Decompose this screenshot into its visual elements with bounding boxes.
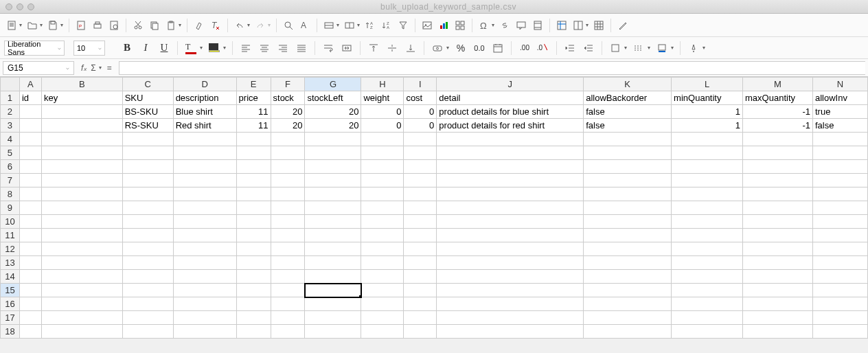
cell[interactable] [122, 146, 173, 160]
cell[interactable]: -1 [743, 119, 813, 133]
row-header[interactable]: 16 [1, 297, 20, 311]
save-icon[interactable] [45, 18, 60, 33]
export-pdf-icon[interactable]: P [73, 18, 89, 33]
row-header[interactable]: 12 [1, 242, 20, 256]
dropdown-icon[interactable]: ▾ [99, 65, 102, 71]
cell[interactable] [236, 160, 271, 174]
cell[interactable]: 0 [361, 105, 404, 119]
dropdown-icon[interactable]: ▾ [671, 45, 674, 51]
cell[interactable] [271, 256, 305, 270]
cell[interactable] [404, 187, 437, 201]
cell[interactable] [404, 201, 437, 215]
cell[interactable] [236, 284, 271, 297]
cell[interactable] [361, 256, 404, 270]
cell[interactable] [437, 242, 584, 256]
cell[interactable] [271, 160, 305, 174]
row-header[interactable]: 10 [1, 215, 20, 229]
cell[interactable]: stockLeft [305, 91, 361, 105]
cell[interactable] [41, 160, 122, 174]
cell[interactable] [41, 146, 122, 160]
cell[interactable] [584, 297, 672, 311]
cell[interactable] [672, 160, 743, 174]
font-name-select[interactable]: Liberation Sans ⌵ [4, 41, 65, 56]
cell[interactable] [305, 187, 361, 201]
cell[interactable]: minQuantity [672, 91, 743, 105]
cell[interactable] [743, 256, 813, 270]
cell[interactable] [361, 297, 404, 311]
column-header[interactable]: M [743, 78, 813, 91]
cell[interactable] [271, 242, 305, 256]
cell[interactable] [437, 270, 584, 284]
cell[interactable] [41, 270, 122, 284]
cell[interactable]: 11 [236, 105, 271, 119]
cell[interactable] [812, 325, 867, 339]
row-header[interactable]: 9 [1, 201, 20, 215]
cell[interactable] [584, 311, 672, 325]
cell[interactable] [812, 160, 867, 174]
cell[interactable] [584, 146, 672, 160]
row-header[interactable]: 14 [1, 270, 20, 284]
cell[interactable] [812, 297, 867, 311]
cell[interactable]: 1 [672, 105, 743, 119]
hyperlink-icon[interactable] [497, 18, 512, 33]
cell[interactable] [672, 270, 743, 284]
cell[interactable] [404, 297, 437, 311]
cell[interactable] [812, 270, 867, 284]
dropdown-icon[interactable]: ▾ [268, 22, 271, 28]
cell[interactable] [173, 201, 236, 215]
cell[interactable] [812, 256, 867, 270]
dropdown-icon[interactable]: ▾ [586, 22, 589, 28]
underline-button[interactable]: U [156, 41, 172, 56]
cell[interactable] [173, 270, 236, 284]
redo-icon[interactable] [253, 18, 268, 33]
cell[interactable] [672, 242, 743, 256]
cell[interactable] [672, 174, 743, 187]
formula-equals-icon[interactable]: = [107, 63, 112, 73]
cell[interactable] [122, 201, 173, 215]
cell[interactable] [41, 105, 122, 119]
row-icon[interactable] [321, 18, 336, 33]
date-format-icon[interactable] [490, 41, 506, 56]
cell[interactable] [122, 311, 173, 325]
cell[interactable]: id [19, 91, 41, 105]
cell[interactable] [361, 325, 404, 339]
cell[interactable] [404, 242, 437, 256]
cell[interactable] [404, 311, 437, 325]
print-icon[interactable] [90, 18, 105, 33]
cell[interactable]: detail [437, 91, 584, 105]
cell[interactable] [584, 256, 672, 270]
format-paintbrush-icon[interactable] [192, 18, 207, 33]
column-header[interactable]: F [271, 78, 305, 91]
cell[interactable] [404, 284, 437, 297]
dropdown-icon[interactable]: ▾ [60, 22, 63, 28]
add-decimal-icon[interactable]: .00 [516, 41, 533, 56]
percent-icon[interactable]: % [453, 41, 469, 56]
cell[interactable]: maxQuantity [743, 91, 813, 105]
cell[interactable]: 20 [305, 105, 361, 119]
cell[interactable] [437, 284, 584, 297]
cell[interactable] [19, 311, 41, 325]
cell[interactable] [305, 297, 361, 311]
cell[interactable] [236, 229, 271, 242]
cell[interactable] [743, 242, 813, 256]
cell[interactable] [41, 297, 122, 311]
cell[interactable] [812, 242, 867, 256]
autofilter-icon[interactable] [396, 18, 411, 33]
dropdown-icon[interactable]: ▾ [247, 22, 250, 28]
cell[interactable] [271, 270, 305, 284]
cell[interactable]: product details for red shirt [437, 119, 584, 133]
cell[interactable] [271, 201, 305, 215]
row-header[interactable]: 2 [1, 105, 20, 119]
cell[interactable]: price [236, 91, 271, 105]
dropdown-icon[interactable]: ▾ [179, 22, 181, 28]
cell[interactable] [236, 201, 271, 215]
conditional-format-icon[interactable] [685, 41, 702, 56]
cell[interactable] [437, 160, 584, 174]
cell[interactable] [122, 325, 173, 339]
cell[interactable] [584, 187, 672, 201]
cell[interactable] [19, 229, 41, 242]
cell[interactable]: 20 [271, 105, 305, 119]
cell[interactable] [271, 311, 305, 325]
cell[interactable] [584, 160, 672, 174]
cell[interactable] [19, 119, 41, 133]
